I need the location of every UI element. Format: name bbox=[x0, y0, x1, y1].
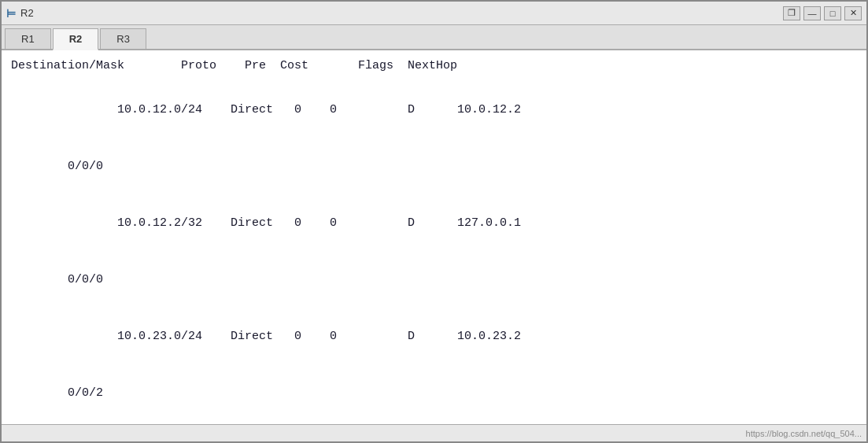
main-window: ⊨ R2 ❐ — □ ✕ R1 R2 R3 Destination/Mask P… bbox=[0, 0, 868, 443]
app-icon: ⊨ bbox=[6, 7, 16, 20]
list-item: 0/0/0 bbox=[11, 138, 857, 195]
content-area: Destination/Mask Proto Pre Cost Flags Ne… bbox=[2, 50, 866, 424]
close-button[interactable]: ✕ bbox=[844, 6, 862, 20]
list-item: 0/0/0 bbox=[11, 252, 857, 308]
route-line1: 10.0.12.2/32 Direct 0 0 D 127.0.0.1 bbox=[68, 216, 521, 230]
routing-table[interactable]: Destination/Mask Proto Pre Cost Flags Ne… bbox=[2, 50, 866, 424]
tab-r1[interactable]: R1 bbox=[5, 28, 51, 49]
table-header: Destination/Mask Proto Pre Cost Flags Ne… bbox=[11, 57, 857, 76]
status-bar: https://blog.csdn.net/qq_504... bbox=[2, 424, 866, 441]
list-item: 10.0.23.0/24 Direct 0 0 D 10.0.23.2 bbox=[11, 308, 857, 365]
route-line2: 0/0/0 bbox=[68, 273, 103, 286]
route-line1: 10.0.12.0/24 Direct 0 0 D 10.0.12.2 bbox=[68, 103, 521, 116]
route-line2: 0/0/2 bbox=[68, 386, 103, 400]
tab-r3[interactable]: R3 bbox=[100, 28, 146, 49]
maximize-button[interactable]: □ bbox=[824, 6, 841, 20]
list-item: 0/0/2 bbox=[11, 365, 857, 422]
list-item: 10.0.12.2/32 Direct 0 0 D 127.0.0.1 bbox=[11, 195, 857, 252]
restore-button[interactable]: ❐ bbox=[783, 6, 800, 20]
minimize-button[interactable]: — bbox=[803, 6, 821, 20]
window-title: R2 bbox=[20, 7, 34, 19]
title-bar: ⊨ R2 ❐ — □ ✕ bbox=[2, 2, 866, 25]
tab-r2[interactable]: R2 bbox=[53, 28, 99, 50]
watermark-text: https://blog.csdn.net/qq_504... bbox=[746, 429, 862, 438]
title-bar-controls: ❐ — □ ✕ bbox=[783, 6, 862, 20]
list-item: 10.0.12.0/24 Direct 0 0 D 10.0.12.2 bbox=[11, 82, 857, 138]
route-line1: 10.0.23.0/24 Direct 0 0 D 10.0.23.2 bbox=[68, 330, 521, 343]
title-bar-left: ⊨ R2 bbox=[6, 7, 34, 20]
route-line2: 0/0/0 bbox=[68, 160, 103, 173]
tab-bar: R1 R2 R3 bbox=[2, 25, 866, 50]
